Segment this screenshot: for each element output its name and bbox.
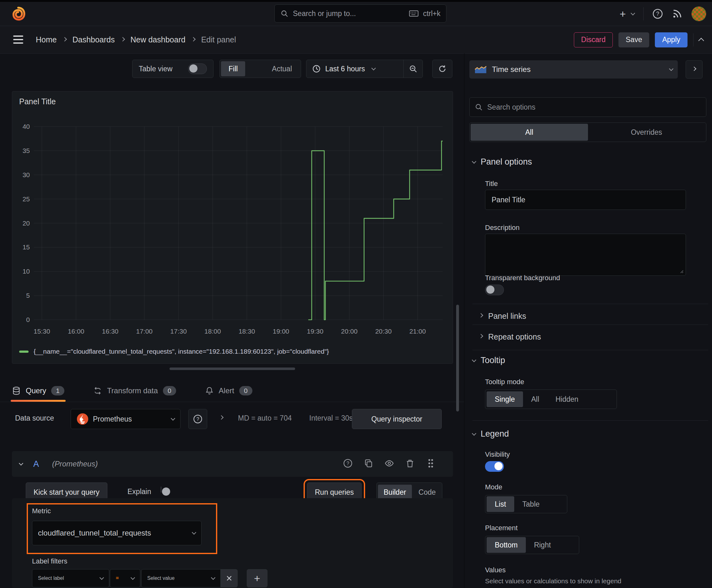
svg-text:17:30: 17:30 (170, 328, 187, 335)
help-circle-icon: ? (193, 414, 202, 424)
drag-query-icon[interactable] (426, 459, 435, 469)
legend-series-label[interactable]: {__name__="cloudflared_tunnel_total_requ… (34, 348, 329, 355)
user-avatar[interactable] (691, 6, 706, 21)
duplicate-query-icon[interactable] (364, 459, 373, 469)
main-scrollbar[interactable] (456, 305, 459, 412)
search-options-input[interactable]: Search options (469, 97, 706, 117)
breadcrumb-home[interactable]: Home (36, 35, 57, 44)
chart-legend[interactable]: {__name__="cloudflared_tunnel_total_requ… (19, 348, 329, 355)
repeat-options-label: Repeat options (488, 332, 541, 341)
search-options-placeholder: Search options (487, 103, 535, 111)
collapse-query-icon[interactable] (19, 461, 23, 465)
breadcrumb-new-dashboard[interactable]: New dashboard (131, 35, 186, 44)
panel-links-label: Panel links (488, 312, 526, 321)
legend-list-option[interactable]: List (487, 496, 514, 512)
tooltip-single-option[interactable]: Single (487, 391, 523, 407)
transparent-background-toggle[interactable] (485, 285, 504, 295)
svg-text:5: 5 (26, 292, 30, 299)
panel-options-header[interactable]: Panel options (473, 157, 532, 167)
options-expand-icon[interactable] (219, 415, 223, 420)
placement-right-option[interactable]: Right (526, 537, 559, 553)
menu-toggle-icon[interactable] (13, 36, 23, 44)
divider (473, 420, 708, 421)
operator-value: = (116, 575, 118, 581)
tooltip-header[interactable]: Tooltip (473, 356, 505, 365)
breadcrumb-dashboards[interactable]: Dashboards (72, 35, 115, 44)
code-option[interactable]: Code (413, 485, 441, 500)
tooltip-hidden-option[interactable]: Hidden (547, 391, 587, 407)
placement-bottom-option[interactable]: Bottom (487, 537, 526, 553)
collapse-header-icon[interactable] (698, 38, 704, 43)
metric-select[interactable]: cloudflared_tunnel_total_requests (32, 521, 201, 545)
remove-filter-button[interactable] (221, 569, 238, 587)
chevron-down-icon (669, 67, 673, 71)
explain-label: Explain (127, 487, 151, 496)
visualization-picker[interactable]: Time series (469, 60, 678, 79)
legend-visibility-toggle[interactable] (485, 461, 504, 472)
refresh-button[interactable] (432, 60, 452, 78)
zoom-out-button[interactable] (404, 64, 423, 73)
tab-alert[interactable]: Alert 0 (205, 379, 253, 402)
tab-transform-data[interactable]: Transform data 0 (93, 379, 176, 402)
legend-mode-switch: List Table (485, 495, 567, 513)
select-value-dropdown[interactable]: Select value (141, 569, 221, 587)
datasource-picker[interactable]: Prometheus (71, 409, 180, 429)
tab-all[interactable]: All (471, 124, 588, 141)
description-textarea[interactable] (485, 234, 686, 276)
visibility-label: Visibility (485, 450, 510, 459)
select-label-placeholder: Select label (38, 575, 64, 581)
add-filter-button[interactable]: + (247, 569, 267, 587)
chevron-down-icon (192, 530, 196, 534)
panel-title-input[interactable]: Panel Title (485, 190, 686, 210)
resize-corner-icon[interactable] (679, 269, 684, 274)
save-button[interactable]: Save (619, 33, 649, 47)
svg-text:30: 30 (23, 171, 30, 178)
repeat-options-section[interactable]: Repeat options (479, 329, 541, 344)
chart-panel[interactable]: Panel Title 051015202530354015:3016:0016… (12, 91, 453, 364)
global-search-input[interactable]: Search or jump to... ctrl+k (274, 4, 447, 23)
help-icon[interactable]: ? (652, 8, 663, 19)
query-inspector-button[interactable]: Query inspector (352, 409, 442, 429)
svg-text:15:30: 15:30 (34, 328, 50, 335)
tooltip-all-option[interactable]: All (523, 391, 547, 407)
pane-resize-handle[interactable] (170, 368, 295, 370)
divider (473, 350, 708, 350)
table-view-toggle[interactable] (188, 63, 207, 74)
query-builder-card: Metric cloudflared_tunnel_total_requests… (12, 498, 453, 588)
divider (473, 304, 708, 304)
hide-query-icon[interactable] (385, 459, 394, 469)
svg-text:17:00: 17:00 (136, 328, 153, 335)
discard-button[interactable]: Discard (574, 33, 613, 47)
legend-header[interactable]: Legend (473, 429, 509, 439)
nav-bar: Home Dashboards New dashboard Edit panel… (0, 26, 712, 54)
tooltip-header-label: Tooltip (481, 356, 505, 365)
operator-dropdown[interactable]: = (110, 569, 140, 587)
panel-links-section[interactable]: Panel links (479, 309, 526, 323)
grafana-logo-icon[interactable] (10, 6, 26, 22)
delete-query-icon[interactable] (405, 459, 415, 469)
time-range-picker[interactable]: Last 6 hours (306, 64, 404, 73)
tab-overrides[interactable]: Overrides (588, 124, 706, 141)
editor-tabs: Query 1 Transform data 0 Alert (0, 379, 464, 402)
news-icon[interactable] (672, 8, 683, 19)
max-data-points: MD = auto = 704 (238, 414, 292, 422)
tab-query[interactable]: Query 1 (12, 379, 64, 402)
chevron-right-icon (191, 37, 196, 41)
legend-placement-switch: Bottom Right (485, 536, 579, 554)
select-label-dropdown[interactable]: Select label (32, 569, 109, 587)
actual-option[interactable]: Actual (264, 61, 300, 76)
datasource-help-button[interactable]: ? (188, 409, 207, 429)
explain-toggle[interactable] (161, 486, 161, 492)
query-a-header[interactable]: A (Prometheus) ? (12, 451, 453, 477)
fill-option[interactable]: Fill (221, 61, 245, 76)
apply-button[interactable]: Apply (655, 33, 688, 47)
svg-text:20: 20 (23, 219, 30, 227)
legend-table-option[interactable]: Table (514, 496, 548, 512)
builder-option[interactable]: Builder (378, 485, 412, 500)
new-menu-button[interactable]: + (620, 8, 634, 20)
toggle-viz-picker-button[interactable] (686, 60, 703, 79)
time-series-chart[interactable]: 051015202530354015:3016:0016:3017:0017:3… (12, 91, 453, 363)
chevron-down-icon (131, 575, 135, 580)
transparent-background-label: Transparent background (485, 274, 560, 282)
query-help-icon[interactable]: ? (343, 459, 352, 469)
